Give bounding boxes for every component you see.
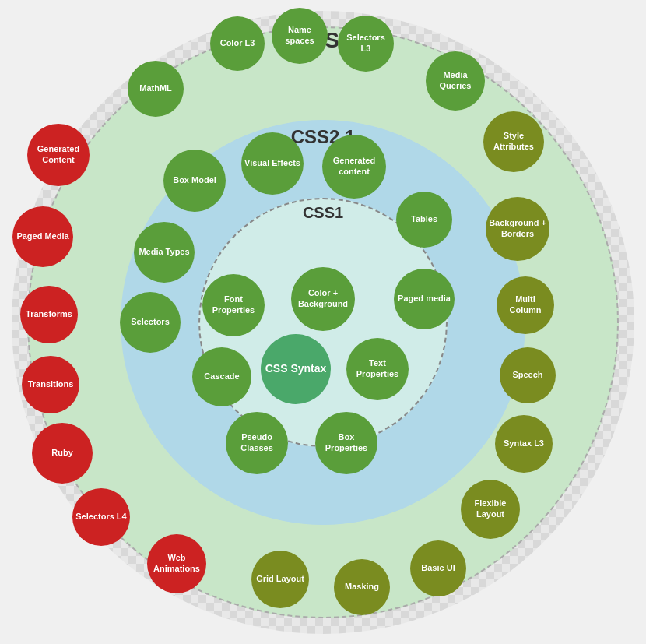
bubble-tables[interactable]: Tables bbox=[396, 192, 452, 248]
bubble-selectors[interactable]: Selectors bbox=[120, 292, 181, 353]
bubble-syntax-l3[interactable]: Syntax L3 bbox=[495, 415, 553, 473]
bubble-masking[interactable]: Masking bbox=[334, 559, 390, 615]
bubble-generated-content2[interactable]: Generated content bbox=[322, 135, 386, 199]
bubble-box-properties[interactable]: Box Properties bbox=[315, 412, 377, 474]
bubble-speech[interactable]: Speech bbox=[500, 347, 556, 403]
bubble-visual-effects[interactable]: Visual Effects bbox=[241, 132, 304, 195]
bubble-mathml[interactable]: MathML bbox=[128, 61, 184, 117]
bubble-media-types[interactable]: Media Types bbox=[134, 222, 195, 283]
bubble-color-l3[interactable]: Color L3 bbox=[210, 16, 265, 71]
bubble-color-background[interactable]: Color + Background bbox=[291, 267, 355, 331]
bubble-selectors-l3[interactable]: Selectors L3 bbox=[338, 16, 394, 72]
diagram-container: CSS3 CSS2.1 CSS1 Color L3Name spacesSele… bbox=[12, 11, 634, 634]
bubble-cascade[interactable]: Cascade bbox=[192, 347, 251, 406]
bubble-media-queries[interactable]: Media Queries bbox=[426, 51, 485, 111]
bubble-flexible-layout[interactable]: Flexible Layout bbox=[461, 480, 520, 539]
bubble-grid-layout[interactable]: Grid Layout bbox=[251, 551, 309, 608]
bubble-basic-ui[interactable]: Basic UI bbox=[410, 540, 466, 596]
bubble-selectors-l4[interactable]: Selectors L4 bbox=[72, 488, 130, 546]
bubble-pseudo-classes[interactable]: Pseudo Classes bbox=[226, 412, 288, 474]
bubble-style-attributes[interactable]: Style Attributes bbox=[483, 111, 544, 172]
bubble-box-model[interactable]: Box Model bbox=[163, 150, 226, 212]
bubble-background-borders[interactable]: Background + Borders bbox=[486, 197, 549, 261]
bubble-ruby[interactable]: Ruby bbox=[32, 423, 93, 484]
bubble-transitions[interactable]: Transitions bbox=[22, 356, 79, 413]
bubble-paged-media-outer[interactable]: Paged Media bbox=[12, 206, 73, 267]
bubble-css-syntax[interactable]: CSS Syntax bbox=[261, 334, 331, 404]
bubble-multi-column[interactable]: Multi Column bbox=[497, 276, 554, 334]
bubble-transforms[interactable]: Transforms bbox=[20, 286, 78, 343]
bubble-generated-content[interactable]: Generated Content bbox=[27, 124, 90, 186]
css1-label: CSS1 bbox=[303, 204, 343, 222]
bubble-text-properties[interactable]: Text Properties bbox=[346, 338, 409, 400]
bubble-paged-media-inner[interactable]: Paged media bbox=[394, 269, 455, 329]
bubble-web-animations[interactable]: Web Animations bbox=[147, 534, 206, 593]
bubble-namespaces[interactable]: Name spaces bbox=[272, 8, 328, 64]
bubble-font-properties[interactable]: Font Properties bbox=[202, 274, 265, 336]
